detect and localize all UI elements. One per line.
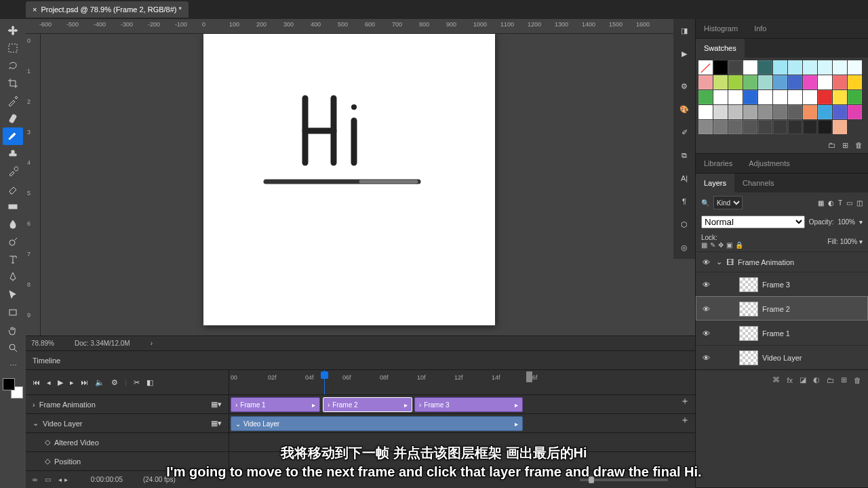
work-area-end[interactable]: [526, 371, 532, 382]
dodge-tool[interactable]: [3, 233, 23, 251]
clip[interactable]: ›Frame 2▸: [323, 397, 412, 412]
swatch[interactable]: [773, 75, 787, 89]
healing-tool[interactable]: [3, 110, 23, 127]
swatch[interactable]: [743, 60, 757, 75]
edit-toolbar-icon[interactable]: ⋯: [3, 357, 23, 374]
clone-icon[interactable]: ⧉: [673, 144, 695, 167]
filter-shape-icon[interactable]: ▭: [846, 199, 852, 207]
first-frame-icon[interactable]: ⏮: [33, 378, 40, 386]
play-icon[interactable]: ▶: [58, 378, 63, 387]
swatch[interactable]: [743, 75, 757, 89]
swatch[interactable]: [833, 105, 847, 119]
swatch[interactable]: [698, 90, 713, 104]
swatch[interactable]: [698, 60, 713, 75]
keyframe-icon[interactable]: ◇: [45, 457, 50, 466]
tab-swatches[interactable]: Swatches: [696, 39, 745, 58]
mask-icon[interactable]: ◪: [800, 375, 806, 384]
visibility-icon[interactable]: 👁: [700, 258, 712, 266]
swatch[interactable]: [728, 120, 743, 134]
swatch[interactable]: [698, 105, 713, 119]
swatch[interactable]: [818, 75, 832, 89]
swatch[interactable]: [698, 120, 713, 134]
track-video-layer[interactable]: ＋ ⌄Video Layer▸: [229, 413, 695, 432]
panel-icon[interactable]: ◨: [673, 19, 695, 42]
track-frame-animation[interactable]: ＋ ›Frame 1▸›Frame 2▸›Frame 3▸: [229, 394, 695, 413]
lock-trans-icon[interactable]: ▦: [701, 241, 707, 249]
doc-tab[interactable]: × Project.psd @ 78.9% (Frame 2, RGB/8#) …: [26, 1, 189, 18]
group-icon[interactable]: 🗀: [827, 376, 834, 384]
swatch[interactable]: [713, 75, 728, 89]
filter-kind[interactable]: Kind: [713, 196, 743, 209]
delete-icon[interactable]: 🗑: [854, 376, 861, 384]
swatch[interactable]: [713, 60, 728, 75]
artboard[interactable]: [203, 34, 495, 325]
paragraph-icon[interactable]: ¶: [673, 190, 695, 213]
layer-row[interactable]: 👁Frame 2: [696, 296, 868, 321]
layer-row[interactable]: 👁⌄🎞Frame Animation: [696, 251, 868, 272]
layer-row[interactable]: 👁Video Layer: [696, 345, 868, 369]
lock-move-icon[interactable]: ✥: [718, 241, 724, 249]
brush-tool[interactable]: [3, 127, 23, 145]
swatch[interactable]: [758, 120, 772, 134]
swatch[interactable]: [788, 60, 802, 75]
last-frame-icon[interactable]: ⏭: [81, 378, 88, 386]
swatch[interactable]: [743, 90, 757, 104]
scissors-icon[interactable]: ✂: [134, 378, 140, 387]
swatch[interactable]: [713, 105, 728, 119]
swatch[interactable]: [803, 90, 817, 104]
swatch[interactable]: [773, 60, 787, 75]
swatch[interactable]: [818, 90, 832, 104]
swatch[interactable]: [833, 120, 847, 134]
timecode[interactable]: 0:00:00:05: [91, 476, 123, 483]
tab-info[interactable]: Info: [746, 19, 774, 38]
swatch[interactable]: [788, 75, 802, 89]
row-menu-icon[interactable]: ▦▾: [211, 419, 222, 428]
glyph-icon[interactable]: A|: [673, 167, 695, 190]
lock-artb-icon[interactable]: ▣: [726, 241, 732, 249]
crop-tool[interactable]: [3, 75, 23, 92]
ruler-vertical[interactable]: 0123456789: [26, 34, 41, 336]
swatch[interactable]: [818, 60, 832, 75]
visibility-icon[interactable]: 👁: [700, 281, 712, 289]
add-clip-icon[interactable]: ＋: [680, 395, 690, 407]
layer-name[interactable]: Frame 1: [762, 329, 790, 338]
add-clip-icon[interactable]: ＋: [680, 414, 690, 426]
gradient-tool[interactable]: [3, 198, 23, 216]
swatch[interactable]: [773, 120, 787, 134]
swatch[interactable]: [788, 120, 802, 134]
layer-name[interactable]: Video Layer: [762, 354, 802, 362]
swatch[interactable]: [848, 60, 862, 75]
opacity-value[interactable]: 100%: [837, 218, 855, 226]
adjustment-icon[interactable]: ◐: [813, 375, 820, 384]
clip[interactable]: ›Frame 1▸: [231, 397, 320, 412]
tab-channels[interactable]: Channels: [734, 174, 782, 192]
layer-name[interactable]: Frame Animation: [738, 258, 794, 266]
target-icon[interactable]: ◎: [673, 236, 695, 259]
filter-smart-icon[interactable]: ◫: [856, 199, 863, 207]
swatch[interactable]: [803, 120, 817, 134]
swatch[interactable]: [743, 120, 757, 134]
swatch[interactable]: [803, 60, 817, 75]
swatch[interactable]: [803, 75, 817, 89]
lasso-tool[interactable]: [3, 57, 23, 75]
filter-pixel-icon[interactable]: ▦: [818, 199, 824, 207]
swatch[interactable]: [773, 90, 787, 104]
tl-row-altered[interactable]: ◇Altered Video: [26, 432, 229, 451]
swatch[interactable]: [728, 75, 743, 89]
swatch[interactable]: [848, 90, 862, 104]
history-brush-tool[interactable]: [3, 163, 23, 180]
eyedropper-tool[interactable]: [3, 92, 23, 110]
swatch[interactable]: [833, 75, 847, 89]
trash-icon[interactable]: 🗑: [855, 141, 863, 149]
swatch[interactable]: [713, 90, 728, 104]
swatch[interactable]: [773, 105, 787, 119]
swatch[interactable]: [848, 75, 862, 89]
move-tool[interactable]: [3, 22, 23, 39]
swatch[interactable]: [788, 90, 802, 104]
layer-name[interactable]: Frame 2: [762, 305, 790, 313]
brushes-icon[interactable]: ✐: [673, 121, 695, 144]
visibility-icon[interactable]: 👁: [700, 305, 712, 313]
canvas-area[interactable]: [41, 34, 695, 336]
blend-mode[interactable]: Normal: [701, 216, 805, 228]
swatch[interactable]: [758, 60, 772, 75]
